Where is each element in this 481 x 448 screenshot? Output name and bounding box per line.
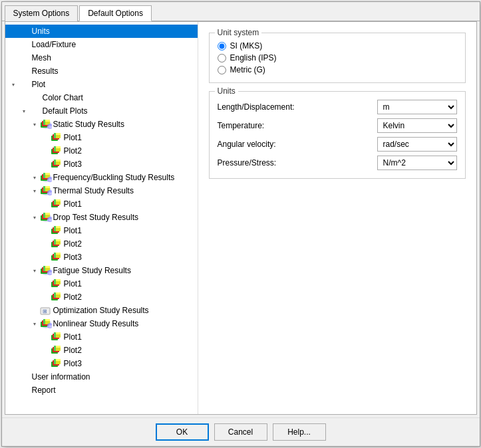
folder-icon — [19, 26, 31, 37]
svg-rect-36 — [43, 186, 45, 191]
tree-toggle-thermal-study[interactable]: ▾ — [29, 188, 40, 194]
tree-item-thermal-plot1[interactable]: Plot1 — [5, 197, 198, 211]
plot-icon — [51, 252, 63, 263]
tree-item-drop-study[interactable]: ▾ ∞ Drop Test Study Results — [5, 211, 198, 224]
radio-english-label: English (IPS) — [230, 53, 277, 62]
tree-toggle-static-study[interactable]: ▾ — [29, 122, 40, 128]
study-icon: ⊞ — [40, 305, 52, 316]
ok-button[interactable]: OK — [156, 423, 209, 441]
angular-select[interactable]: rad/secRPMdeg/sec — [377, 137, 457, 152]
tree-item-default-plots[interactable]: ▾Default Plots — [5, 104, 198, 118]
tree-item-nonlinear-plot3[interactable]: Plot3 — [5, 357, 198, 370]
tree-item-static-plot2[interactable]: Plot2 — [5, 144, 198, 158]
svg-text:∞: ∞ — [49, 217, 52, 222]
folder-icon — [19, 385, 31, 395]
tree-item-mesh[interactable]: Mesh — [5, 51, 198, 64]
radio-english-input[interactable] — [218, 54, 226, 62]
tree-item-static-plot3[interactable]: Plot3 — [5, 158, 198, 171]
temp-label: Temperature: — [218, 121, 372, 130]
radio-si-input[interactable] — [218, 42, 226, 51]
pressure-label: Pressure/Stress: — [218, 158, 372, 168]
tree-item-plot[interactable]: ▾Plot — [5, 78, 198, 91]
tab-default-options[interactable]: Default Options — [79, 5, 152, 21]
tree-item-report[interactable]: Report — [5, 384, 198, 397]
svg-text:∞: ∞ — [49, 177, 52, 182]
radio-english: English (IPS) — [218, 53, 457, 62]
tree-label-color-chart: Color Chart — [43, 93, 83, 102]
tree-item-fatigue-plot2[interactable]: Plot2 — [5, 290, 198, 304]
tree-label-report: Report — [32, 386, 56, 395]
svg-rect-49 — [43, 213, 45, 218]
tree-item-fatigue-plot1[interactable]: Plot1 — [5, 277, 198, 290]
tree-label-nonlinear-study: Nonlinear Study Results — [53, 319, 139, 328]
folder-icon — [29, 92, 41, 103]
study-icon: ∞ — [40, 119, 52, 130]
tree-toggle-nonlinear-study[interactable]: ▾ — [29, 321, 40, 327]
radio-metric-input[interactable] — [218, 66, 226, 74]
length-select[interactable]: mmmcminft — [377, 100, 457, 114]
plot-icon — [51, 279, 63, 289]
tree-label-default-plots: Default Plots — [43, 106, 88, 116]
tree-item-drop-plot2[interactable]: Plot2 — [5, 237, 198, 251]
settings-panel: Unit system SI (MKS) English (IPS) Metri… — [198, 22, 476, 414]
units-title: Units — [215, 86, 238, 96]
tree-item-thermal-study[interactable]: ▾ ∞ Thermal Study Results — [5, 184, 198, 197]
tree-item-freq-study[interactable]: ▾ ∞ Frequency/Buckling Study Results — [5, 171, 198, 184]
tree-item-load-fixture[interactable]: Load/Fixture — [5, 38, 198, 51]
tree-label-drop-plot1: Plot1 — [64, 226, 82, 235]
dialog-content: UnitsLoad/FixtureMeshResults▾PlotColor C… — [5, 21, 477, 415]
help-button[interactable]: Help... — [273, 423, 326, 441]
tree-item-nonlinear-plot1[interactable]: Plot1 — [5, 330, 198, 344]
tree-toggle-drop-study[interactable]: ▾ — [29, 215, 40, 221]
tree-item-drop-plot1[interactable]: Plot1 — [5, 224, 198, 237]
tree-label-static-plot1: Plot1 — [64, 133, 82, 142]
svg-rect-17 — [54, 146, 56, 152]
plot-icon — [51, 358, 63, 369]
main-dialog: System Options Default Options UnitsLoad… — [1, 1, 480, 447]
tree-label-static-plot3: Plot3 — [64, 160, 82, 169]
folder-icon — [19, 39, 31, 50]
radio-si: SI (MKS) — [218, 41, 457, 51]
svg-rect-61 — [54, 239, 56, 245]
cancel-button[interactable]: Cancel — [214, 423, 267, 441]
tree-item-static-study[interactable]: ▾ ∞ Static Study Results — [5, 118, 198, 131]
tree-label-nonlinear-plot3: Plot3 — [64, 359, 82, 368]
radio-si-label: SI (MKS) — [230, 41, 263, 51]
svg-rect-56 — [54, 226, 56, 231]
svg-text:∞: ∞ — [49, 271, 52, 275]
tree-toggle-freq-study[interactable]: ▾ — [29, 175, 40, 181]
tree-item-optimization-study[interactable]: ⊞ Optimization Study Results — [5, 304, 198, 317]
tree-item-drop-plot3[interactable]: Plot3 — [5, 251, 198, 264]
plot-icon — [51, 292, 63, 302]
tree-toggle-plot[interactable]: ▾ — [8, 82, 19, 88]
angular-label: Angular velocity: — [218, 140, 372, 149]
tree-item-static-plot1[interactable]: Plot1 — [5, 131, 198, 144]
temp-select[interactable]: KelvinCelsiusFahrenheit — [377, 118, 457, 133]
tree-label-fatigue-plot2: Plot2 — [64, 292, 82, 302]
svg-text:∞: ∞ — [49, 324, 52, 328]
tree-item-results[interactable]: Results — [5, 64, 198, 78]
tree-label-nonlinear-plot1: Plot1 — [64, 332, 82, 342]
svg-rect-12 — [54, 133, 56, 138]
tree-label-drop-plot3: Plot3 — [64, 253, 82, 262]
study-icon: ∞ — [40, 318, 52, 329]
tree-label-load-fixture: Load/Fixture — [32, 40, 77, 49]
tree-toggle-default-plots[interactable]: ▾ — [19, 108, 29, 114]
plot-icon — [51, 225, 63, 236]
tree-item-color-chart[interactable]: Color Chart — [5, 91, 198, 104]
tree-toggle-fatigue-study[interactable]: ▾ — [29, 268, 40, 274]
tab-system-options[interactable]: System Options — [5, 5, 79, 21]
unit-system-box: Unit system SI (MKS) English (IPS) Metri… — [209, 33, 466, 83]
tree-item-nonlinear-plot2[interactable]: Plot2 — [5, 344, 198, 357]
tree-label-static-study: Static Study Results — [53, 120, 124, 129]
svg-text:∞: ∞ — [49, 124, 52, 129]
tree-item-fatigue-study[interactable]: ▾ ∞ Fatigue Study Results — [5, 264, 198, 277]
tree-item-units[interactable]: Units — [5, 25, 198, 38]
tree-item-user-info[interactable]: User information — [5, 370, 198, 384]
unit-system-title: Unit system — [215, 28, 262, 37]
tree-label-freq-study: Frequency/Buckling Study Results — [53, 173, 175, 182]
tree-label-user-info: User information — [32, 372, 90, 382]
pressure-select[interactable]: N/m^2N/mm^2PakPaMPapsi — [377, 156, 457, 170]
tree-item-nonlinear-study[interactable]: ▾ ∞ Nonlinear Study Results — [5, 317, 198, 330]
tree-label-fatigue-study: Fatigue Study Results — [53, 266, 131, 275]
